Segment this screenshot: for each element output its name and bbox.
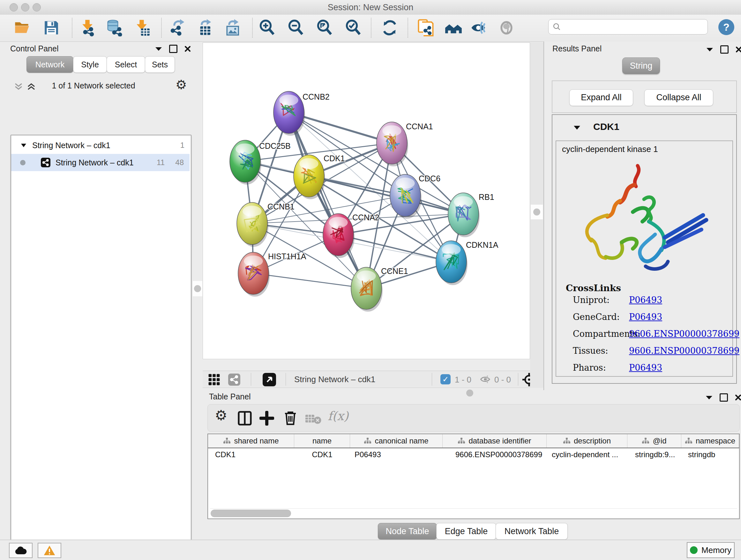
add-column-icon[interactable] (259, 411, 274, 426)
table-horizontal-scrollbar[interactable] (210, 508, 737, 517)
help-button[interactable]: ? (718, 19, 734, 35)
zoom-out-button[interactable] (286, 18, 305, 37)
float-panel-icon[interactable] (169, 45, 178, 53)
node-HIST1H1A[interactable]: HIST1H1A (238, 252, 307, 297)
export-image-button[interactable] (223, 18, 241, 37)
show-all-button[interactable] (497, 18, 516, 37)
hide-selected-button[interactable] (469, 18, 488, 37)
cell-name[interactable]: CDK1 (294, 448, 350, 461)
column-header-namespace[interactable]: namespace (681, 434, 739, 448)
collapse-gene-icon[interactable] (574, 125, 581, 130)
string-sites-button[interactable] (444, 18, 463, 37)
export-table-icon (196, 19, 213, 37)
collapse-panel-icon[interactable] (705, 395, 713, 400)
new-network-from-selection-button[interactable] (416, 18, 435, 37)
node-CDKN1A[interactable]: CDKN1A (436, 240, 498, 285)
cell-namespace[interactable]: stringdb (681, 448, 739, 461)
network-graph[interactable]: CCNB2CCNA1CDC25BCDK1CDC6RB1CCNB1CCNA2CDK… (203, 43, 530, 359)
tree-expander-icon[interactable] (21, 143, 26, 147)
grid-view-icon[interactable] (208, 374, 220, 386)
expand-all-button[interactable]: Expand All (569, 89, 633, 106)
crosslink-link[interactable]: P06493 (629, 312, 662, 322)
collapse-all-button[interactable]: Collapse All (644, 89, 713, 106)
network-type-icon (41, 158, 51, 167)
edge-CCNB2-CCNE1[interactable] (289, 112, 366, 288)
column-header-shared-name[interactable]: shared name (208, 434, 294, 448)
open-session-button[interactable] (13, 18, 31, 37)
edge-HIST1H1A-CCNE1[interactable] (253, 273, 366, 288)
node-CCNA1[interactable]: CCNA1 (377, 122, 433, 166)
column-header-description[interactable]: description (547, 434, 627, 448)
cloud-status-button[interactable] (9, 543, 32, 558)
column-header-name[interactable]: name (294, 434, 350, 448)
search-box[interactable] (548, 19, 708, 35)
birds-eye-view-icon[interactable] (263, 373, 276, 386)
node-CCNE1[interactable]: CCNE1 (351, 266, 408, 312)
float-panel-icon[interactable] (720, 393, 728, 401)
save-session-button[interactable] (42, 18, 61, 37)
tab-string[interactable]: String (622, 57, 660, 74)
import-network-button[interactable] (78, 18, 97, 37)
tab-network[interactable]: Network (26, 56, 73, 73)
float-panel-icon[interactable] (720, 45, 729, 54)
node-CCNA2[interactable]: CCNA2 (323, 213, 380, 258)
cell-shared-name[interactable]: CDK1 (208, 448, 294, 461)
table-row[interactable]: CDK1CDK1P064939606.ENSP00000378699cyclin… (208, 448, 739, 461)
column-header-database-identifier[interactable]: database identifier (443, 434, 547, 448)
tab-network-table[interactable]: Network Table (495, 523, 568, 540)
tab-sets[interactable]: Sets (145, 56, 175, 73)
table-options-gear-icon[interactable]: ⚙ (215, 407, 227, 423)
show-columns-icon[interactable] (238, 411, 252, 426)
network-options-gear-icon[interactable]: ⚙ (176, 77, 187, 92)
cell-description[interactable]: cyclin-dependent ... (547, 448, 627, 461)
left-splitter[interactable] (193, 281, 202, 296)
zoom-in-button[interactable] (258, 18, 276, 37)
delete-column-icon[interactable] (284, 410, 297, 426)
column-header--id[interactable]: @id (627, 434, 681, 448)
network-row[interactable]: String Network – cdk1 11 48 (11, 154, 190, 171)
zoom-fit-button[interactable] (315, 18, 334, 37)
cell-canonical-name[interactable]: P06493 (350, 448, 443, 461)
close-panel-icon[interactable] (185, 46, 191, 52)
right-splitter[interactable] (531, 205, 543, 219)
search-input[interactable] (561, 22, 700, 32)
tab-select[interactable]: Select (107, 56, 145, 73)
crosslink-link[interactable]: P06493 (629, 363, 662, 373)
column-header-canonical-name[interactable]: canonical name (350, 434, 443, 448)
refresh-button[interactable] (381, 18, 399, 37)
column-label: database identifier (468, 436, 531, 445)
close-panel-icon[interactable] (736, 46, 741, 53)
crosslink-link[interactable]: P06493 (629, 295, 662, 305)
node-RB1[interactable]: RB1 (448, 192, 494, 237)
tab-style[interactable]: Style (73, 56, 107, 73)
node-attribute-table[interactable]: shared namenamecanonical namedatabase id… (207, 434, 740, 519)
network-view-toolbar: String Network – cdk1 ✓ 1 - 0 0 - 0 (203, 371, 530, 388)
tab-edge-table[interactable]: Edge Table (436, 523, 496, 540)
network-column-icon (223, 437, 231, 444)
collapse-panel-icon[interactable] (706, 47, 713, 52)
import-table-button[interactable] (132, 18, 151, 37)
warning-status-button[interactable] (38, 543, 61, 558)
export-network-button[interactable] (168, 18, 186, 37)
zoom-selected-button[interactable] (344, 18, 362, 37)
collapse-all-networks-icon[interactable] (14, 82, 23, 91)
tab-node-table[interactable]: Node Table (378, 523, 437, 540)
network-view-mode-icon[interactable] (228, 374, 240, 386)
scrollbar-thumb[interactable] (211, 509, 291, 517)
close-panel-icon[interactable] (735, 394, 741, 401)
edge-CCNA2-CDKN1A[interactable] (338, 235, 451, 262)
network-collection-row[interactable]: String Network – cdk1 1 (11, 137, 190, 153)
node-CCNB2[interactable]: CCNB2 (273, 91, 330, 136)
collapse-panel-icon[interactable] (155, 47, 162, 51)
node-CDC25B[interactable]: CDC25B (230, 140, 291, 185)
crosslinks-title: CrossLinks (566, 283, 621, 294)
cell-database-identifier[interactable]: 9606.ENSP00000378699 (443, 448, 547, 461)
node-CCNB1[interactable]: CCNB1 (237, 202, 294, 247)
memory-button[interactable]: Memory (687, 542, 735, 558)
crosslink-link[interactable]: 9606.ENSP00000378699 (629, 329, 739, 339)
import-database-button[interactable] (105, 18, 124, 37)
expand-all-networks-icon[interactable] (27, 82, 36, 91)
crosslink-link[interactable]: 9606.ENSP00000378699 (629, 346, 739, 356)
cell--id[interactable]: stringdb:9... (627, 448, 681, 461)
export-table-button[interactable] (195, 18, 214, 37)
